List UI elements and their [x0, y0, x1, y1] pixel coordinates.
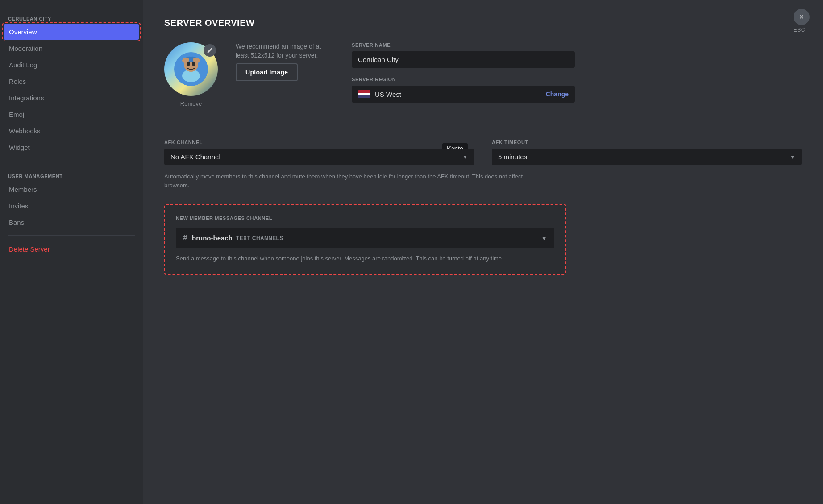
us-flag-icon: [358, 90, 370, 98]
sidebar-divider: [8, 161, 135, 161]
afk-timeout-select[interactable]: 5 minutes: [492, 149, 802, 165]
sidebar-item-roles[interactable]: Roles: [4, 74, 139, 89]
server-name-area: SERVER NAME SERVER REGION US West Change: [352, 42, 575, 103]
afk-channel-wrapper: Kanto No AFK Channel ▼: [164, 149, 474, 165]
upload-area: We recommend an image of at least 512x51…: [236, 42, 334, 81]
sidebar-server-section-label: CERULEAN CITY: [4, 9, 139, 24]
sidebar-user-management-label: USER MANAGEMENT: [4, 166, 139, 182]
afk-timeout-select-wrapper: 5 minutes ▼: [492, 149, 802, 165]
afk-timeout-col: AFK TIMEOUT 5 minutes ▼: [492, 140, 802, 165]
edit-icon: [207, 47, 213, 54]
new-member-section: NEW MEMBER MESSAGES CHANNEL # bruno-beac…: [164, 204, 566, 275]
region-left: US West: [358, 90, 401, 98]
afk-channel-select-wrapper: No AFK Channel ▼: [164, 149, 474, 165]
sidebar-item-members[interactable]: Members: [4, 182, 139, 197]
sidebar-item-webhooks[interactable]: Webhooks: [4, 123, 139, 139]
upload-hint: We recommend an image of at least 512x51…: [236, 42, 334, 60]
server-region-row: US West Change: [352, 86, 575, 103]
main-content: × ESC SERVER OVERVIEW: [143, 0, 823, 504]
overview-top: Remove We recommend an image of at least…: [164, 42, 802, 107]
afk-channel-col: AFK CHANNEL Kanto No AFK Channel ▼: [164, 140, 474, 165]
server-region-label: SERVER REGION: [352, 77, 575, 82]
sidebar-divider-2: [8, 235, 135, 236]
hash-icon: #: [183, 233, 187, 243]
remove-label[interactable]: Remove: [180, 100, 202, 107]
new-member-desc: Send a message to this channel when some…: [176, 254, 554, 263]
page-title: SERVER OVERVIEW: [164, 18, 802, 28]
sidebar: CERULEAN CITY Overview Moderation Audit …: [0, 0, 143, 504]
edit-icon-button[interactable]: [204, 44, 216, 57]
afk-channel-label: AFK CHANNEL: [164, 140, 474, 145]
sidebar-item-widget[interactable]: Widget: [4, 140, 139, 155]
server-name-input[interactable]: [352, 51, 575, 68]
sidebar-item-bans[interactable]: Bans: [4, 215, 139, 230]
server-icon-area: Remove: [164, 42, 218, 107]
channel-select-wrapper[interactable]: # bruno-beach TEXT CHANNELS ▼: [176, 228, 554, 248]
server-icon-svg: [173, 51, 209, 87]
afk-desc: Automatically move members to this chann…: [164, 172, 548, 190]
afk-timeout-label: AFK TIMEOUT: [492, 140, 802, 145]
channel-type-label: TEXT CHANNELS: [236, 235, 283, 241]
sidebar-item-emoji[interactable]: Emoji: [4, 107, 139, 122]
afk-channel-select[interactable]: No AFK Channel: [164, 149, 474, 165]
server-icon-wrapper: [164, 42, 218, 96]
sidebar-item-moderation[interactable]: Moderation: [4, 41, 139, 56]
close-button[interactable]: ×: [794, 9, 810, 25]
sidebar-item-delete-server[interactable]: Delete Server: [4, 241, 139, 257]
afk-section: AFK CHANNEL Kanto No AFK Channel ▼ AFK T…: [164, 140, 802, 165]
change-region-button[interactable]: Change: [546, 91, 569, 98]
sidebar-item-integrations[interactable]: Integrations: [4, 90, 139, 106]
region-name: US West: [375, 91, 401, 98]
channel-name: bruno-beach: [192, 234, 233, 242]
server-name-label: SERVER NAME: [352, 42, 575, 48]
channel-dropdown-arrow-icon: ▼: [541, 235, 547, 242]
esc-label: ESC: [794, 27, 805, 33]
sidebar-item-audit-log[interactable]: Audit Log: [4, 57, 139, 73]
section-divider-1: [164, 125, 802, 125]
new-member-label: NEW MEMBER MESSAGES CHANNEL: [176, 215, 554, 221]
sidebar-item-invites[interactable]: Invites: [4, 198, 139, 214]
upload-image-button[interactable]: Upload Image: [236, 63, 298, 81]
sidebar-item-overview[interactable]: Overview: [4, 24, 139, 40]
